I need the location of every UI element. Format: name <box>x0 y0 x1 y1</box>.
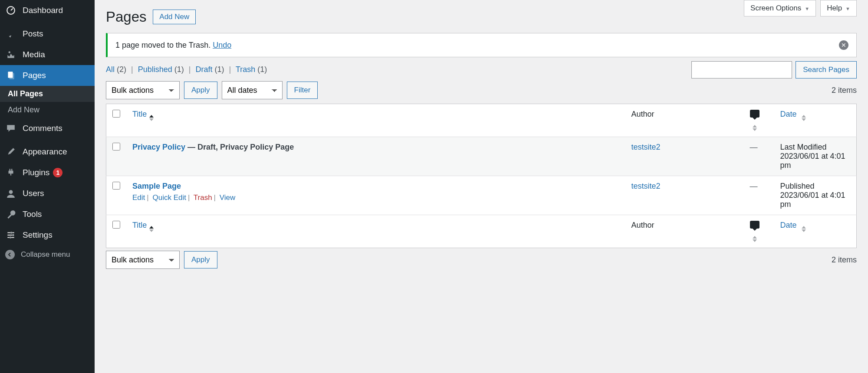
select-all-checkbox[interactable] <box>112 110 120 118</box>
col-comments[interactable] <box>744 104 774 137</box>
row-checkbox[interactable] <box>112 182 120 190</box>
col-date[interactable]: Date <box>774 215 857 248</box>
col-date[interactable]: Date <box>774 104 857 137</box>
sort-icon <box>802 226 806 232</box>
bulk-actions-select-bottom[interactable]: Bulk actions <box>106 251 180 269</box>
col-author: Author <box>625 215 744 248</box>
page-title: Pages <box>106 9 147 25</box>
user-icon <box>5 188 16 199</box>
svg-point-4 <box>9 190 13 194</box>
sort-icon <box>753 125 757 131</box>
collapse-icon <box>5 250 15 259</box>
screen-options-button[interactable]: Screen Options▼ <box>744 0 816 16</box>
bulk-actions-select[interactable]: Bulk actions <box>106 81 180 99</box>
comment-icon <box>750 110 760 118</box>
pages-icon <box>5 70 16 81</box>
sidebar-label: Media <box>23 50 45 59</box>
sidebar-item-comments[interactable]: Comments <box>0 118 95 139</box>
pin-icon <box>5 28 16 39</box>
sort-icon <box>149 226 154 232</box>
plugins-badge: 1 <box>53 168 62 177</box>
sidebar-item-settings[interactable]: Settings <box>0 225 95 245</box>
comments-count: — <box>750 182 758 190</box>
search-input[interactable] <box>691 61 792 79</box>
admin-sidebar: Dashboard Posts Media Pages All Pages Ad… <box>0 0 95 373</box>
date-value: 2023/06/01 at 4:01 pm <box>780 152 845 170</box>
chevron-down-icon: ▼ <box>845 6 850 11</box>
filter-published[interactable]: Published <box>138 65 172 74</box>
edit-link[interactable]: Edit <box>132 193 145 202</box>
chevron-down-icon: ▼ <box>805 6 809 11</box>
author-link[interactable]: testsite2 <box>631 182 661 190</box>
apply-button[interactable]: Apply <box>184 82 217 99</box>
row-actions: Edit| Quick Edit| Trash| View <box>132 193 619 202</box>
sidebar-item-plugins[interactable]: Plugins 1 <box>0 162 95 183</box>
sidebar-item-appearance[interactable]: Appearance <box>0 141 95 162</box>
page-title-link[interactable]: Sample Page <box>132 182 181 190</box>
svg-point-6 <box>12 234 14 236</box>
sidebar-label: Users <box>23 189 44 198</box>
sort-icon <box>802 115 806 121</box>
date-label: Published <box>780 182 815 190</box>
select-all-checkbox-bottom[interactable] <box>112 221 120 229</box>
sort-icon <box>149 115 154 121</box>
collapse-menu[interactable]: Collapse menu <box>0 245 95 264</box>
sidebar-label: Pages <box>23 71 46 80</box>
item-count-bottom: 2 items <box>832 255 857 265</box>
filter-trash[interactable]: Trash <box>236 65 255 74</box>
col-author: Author <box>625 104 744 137</box>
sidebar-label: Comments <box>23 124 62 133</box>
notice-text: 1 page moved to the Trash. <box>115 41 213 49</box>
help-button[interactable]: Help▼ <box>820 0 857 16</box>
table-row: Sample Page Edit| Quick Edit| Trash| Vie… <box>106 176 857 215</box>
date-filter-select[interactable]: All dates <box>222 81 283 99</box>
date-value: 2023/06/01 at 4:01 pm <box>780 191 845 209</box>
sidebar-item-tools[interactable]: Tools <box>0 204 95 225</box>
sidebar-item-dashboard[interactable]: Dashboard <box>0 0 95 21</box>
comments-count: — <box>750 143 758 151</box>
sidebar-label: Posts <box>23 29 43 39</box>
svg-point-1 <box>9 51 10 53</box>
add-new-button[interactable]: Add New <box>153 10 196 24</box>
col-title[interactable]: Title <box>126 104 625 137</box>
page-title-link[interactable]: Privacy Policy <box>132 143 185 151</box>
apply-button-bottom[interactable]: Apply <box>184 251 217 268</box>
search-pages-button[interactable]: Search Pages <box>796 61 857 79</box>
view-link[interactable]: View <box>220 193 236 202</box>
trash-link[interactable]: Trash <box>194 193 212 202</box>
pages-table: Title Author Date Privacy Policy — Draft… <box>106 104 857 248</box>
sidebar-item-users[interactable]: Users <box>0 183 95 204</box>
dismiss-notice-icon[interactable]: ✕ <box>839 40 848 50</box>
filter-button[interactable]: Filter <box>287 82 318 99</box>
row-checkbox[interactable] <box>112 143 120 151</box>
sidebar-sub-add-new[interactable]: Add New <box>0 102 95 118</box>
comment-icon <box>750 221 760 229</box>
notice-trash: 1 page moved to the Trash. Undo ✕ <box>106 33 857 57</box>
sidebar-item-posts[interactable]: Posts <box>0 23 95 44</box>
dashboard-icon <box>5 5 16 16</box>
sidebar-item-media[interactable]: Media <box>0 44 95 65</box>
item-count: 2 items <box>832 86 857 95</box>
undo-link[interactable]: Undo <box>213 41 231 49</box>
col-comments[interactable] <box>744 215 774 248</box>
brush-icon <box>5 146 16 157</box>
sidebar-item-pages[interactable]: Pages <box>0 65 95 86</box>
col-title[interactable]: Title <box>126 215 625 248</box>
page-state: — Draft, Privacy Policy Page <box>185 143 294 151</box>
svg-point-5 <box>10 232 12 233</box>
filter-draft[interactable]: Draft <box>196 65 213 74</box>
sidebar-label: Tools <box>23 209 42 219</box>
author-link[interactable]: testsite2 <box>631 143 661 151</box>
wrench-icon <box>5 209 16 220</box>
quick-edit-link[interactable]: Quick Edit <box>152 193 186 202</box>
sliders-icon <box>5 229 16 241</box>
media-icon <box>5 49 16 60</box>
sort-icon <box>753 236 757 242</box>
filter-all[interactable]: All <box>106 65 115 74</box>
plugin-icon <box>5 167 16 178</box>
sidebar-sub-all-pages[interactable]: All Pages <box>0 86 95 102</box>
date-label: Last Modified <box>780 143 827 151</box>
table-row: Privacy Policy — Draft, Privacy Policy P… <box>106 137 857 176</box>
sidebar-label: Plugins <box>23 168 49 177</box>
main-content: Screen Options▼ Help▼ Pages Add New 1 pa… <box>95 0 868 373</box>
